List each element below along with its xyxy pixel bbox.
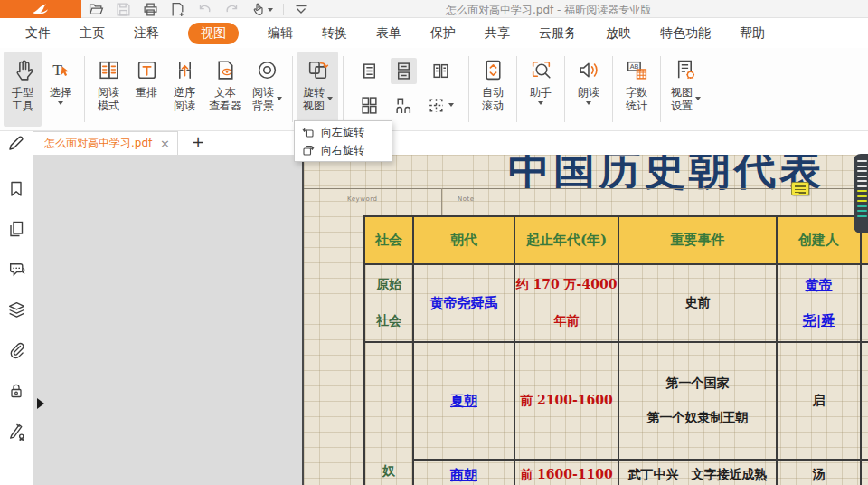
pdf-document-title: 中国历史朝代表 [508, 155, 825, 198]
dynasty-link[interactable]: 商朝 [450, 467, 477, 484]
comments-panel-icon[interactable] [7, 260, 26, 279]
view-settings-icon [674, 56, 698, 83]
cell-event: 武丁中兴 文字接近成熟 [619, 461, 778, 485]
customize-toolbar-icon[interactable] [292, 3, 310, 15]
menu-view[interactable]: 视图 [188, 23, 239, 44]
touch-mode-icon[interactable] [250, 1, 275, 17]
hand-tool-button[interactable]: 手型 工具 [4, 52, 42, 127]
cell-dynasty: 商朝 [414, 461, 515, 485]
rotate-right-icon [302, 144, 315, 157]
dynasty-link[interactable]: 夏朝 [450, 393, 477, 410]
pdf-page[interactable]: 中国历史朝代表 Keyword Note 社会 朝代 起止年代(年) 重要事件 … [302, 155, 868, 485]
view-settings-button[interactable]: 视图 设置 [665, 52, 706, 127]
redo-icon[interactable] [222, 1, 241, 18]
menu-home[interactable]: 主页 [80, 25, 105, 42]
cell-extra [862, 343, 868, 461]
pages-panel-icon[interactable] [7, 220, 25, 238]
menu-form[interactable]: 表单 [376, 25, 401, 42]
menu-convert[interactable]: 转换 [322, 25, 347, 42]
title-bar: 怎么面对高中学习.pdf - 福昕阅读器专业版 [0, 0, 868, 18]
separate-cover-view-button[interactable] [391, 92, 417, 119]
cell-event: 史前 [619, 265, 778, 343]
new-tab-button[interactable]: + [189, 133, 207, 151]
sidebar-expand-handle[interactable] [37, 398, 44, 409]
reverse-reading-button[interactable]: 逆序 阅读 [165, 52, 203, 127]
cell-founder: 汤 [778, 461, 862, 485]
print-icon[interactable] [141, 1, 160, 18]
bookmarks-panel-icon[interactable] [7, 180, 25, 198]
active-document-tab[interactable]: 怎么面对高中学习.pdf × [33, 131, 178, 155]
cell-extra [862, 265, 868, 343]
read-aloud-label: 朗读 [578, 86, 599, 100]
open-file-icon[interactable] [87, 1, 106, 18]
read-aloud-button[interactable]: 朗读 [570, 52, 608, 127]
tab-title: 怎么面对高中学习.pdf [44, 136, 155, 151]
cell-period: 前 2100-1600 [515, 343, 619, 461]
continuous-view-button[interactable] [391, 58, 417, 84]
text-viewer-button[interactable]: 文本 查看器 [203, 52, 247, 127]
signature-panel-icon[interactable] [7, 422, 26, 441]
single-page-view-button[interactable] [356, 58, 382, 84]
rotate-view-button[interactable]: 旋转 视图 [297, 52, 338, 127]
word-count-button[interactable]: AB 字数 统计 [618, 52, 656, 127]
dynasty-link[interactable]: 黄帝尧舜禹 [430, 295, 498, 312]
ribbon-divider [84, 56, 85, 122]
menu-help[interactable]: 帮助 [740, 25, 765, 42]
menu-features[interactable]: 特色功能 [660, 25, 711, 42]
view-settings-caret [695, 97, 701, 103]
menu-comment[interactable]: 注释 [134, 25, 159, 42]
qat-separator [283, 4, 284, 15]
sticky-note-annotation-icon[interactable] [791, 182, 809, 195]
menu-cloud[interactable]: 云服务 [539, 25, 577, 42]
founder-link[interactable]: 黄帝 [806, 277, 833, 294]
ribbon-divider [516, 56, 517, 122]
reading-mode-icon [97, 56, 121, 83]
menu-protect[interactable]: 保护 [430, 25, 456, 42]
page-navigator-scroll-widget[interactable] [854, 154, 868, 233]
assistant-button[interactable]: 助手 [522, 52, 560, 127]
reading-background-button[interactable]: 阅读 背景 [247, 52, 288, 127]
table-header-founder: 创建人 [778, 217, 862, 265]
menu-file[interactable]: 文件 [25, 25, 51, 42]
rotate-left-icon [302, 126, 315, 138]
security-panel-icon[interactable] [7, 382, 25, 400]
cell-dynasty: 黄帝尧舜禹 [414, 265, 515, 343]
reflow-label: 重排 [136, 86, 157, 100]
foxit-logo[interactable] [0, 0, 81, 18]
cell-founder: 启 [778, 343, 862, 461]
cell-extra [862, 461, 868, 485]
window-title: 怎么面对高中学习.pdf - 福昕阅读器专业版 [446, 3, 651, 18]
navigation-sidebar [0, 155, 33, 485]
cell-founder: 黄帝 尧|舜 [778, 265, 862, 343]
attachments-panel-icon[interactable] [7, 341, 26, 360]
continuous-facing-view-button[interactable] [356, 92, 382, 119]
rotate-right-menu-item[interactable]: 向右旋转 [295, 141, 392, 159]
menu-share[interactable]: 共享 [485, 25, 510, 42]
menu-present[interactable]: 放映 [606, 25, 631, 42]
cell-period: 约 170 万-4000 年前 [515, 265, 619, 343]
reflow-button[interactable]: 重排 [127, 52, 165, 127]
select-tool-button[interactable]: T 选择 [42, 52, 80, 127]
foxit-bird-icon [32, 3, 50, 15]
facing-view-button[interactable] [428, 58, 454, 84]
tab-close-icon[interactable]: × [160, 137, 170, 150]
menu-edit[interactable]: 编辑 [268, 25, 293, 42]
split-view-button[interactable] [423, 92, 458, 119]
reading-mode-label: 阅读 模式 [98, 86, 119, 113]
quick-annotate-pencil-icon[interactable] [7, 134, 25, 152]
add-page-icon[interactable] [168, 1, 187, 18]
assistant-icon [529, 56, 553, 83]
auto-scroll-icon [481, 56, 505, 83]
save-icon[interactable] [114, 1, 133, 18]
undo-icon[interactable] [195, 1, 214, 18]
touch-mode-caret [268, 8, 273, 14]
rotate-left-menu-item[interactable]: 向左旋转 [295, 123, 392, 141]
select-caret [58, 101, 63, 108]
founder-link[interactable]: 尧|舜 [803, 312, 835, 329]
layers-panel-icon[interactable] [7, 300, 26, 319]
document-tab-bar: 怎么面对高中学习.pdf × + [0, 131, 868, 155]
ribbon-divider [343, 56, 344, 122]
auto-scroll-label: 自动 滚动 [482, 86, 504, 113]
reading-mode-button[interactable]: 阅读 模式 [90, 52, 127, 127]
auto-scroll-button[interactable]: 自动 滚动 [474, 52, 512, 127]
